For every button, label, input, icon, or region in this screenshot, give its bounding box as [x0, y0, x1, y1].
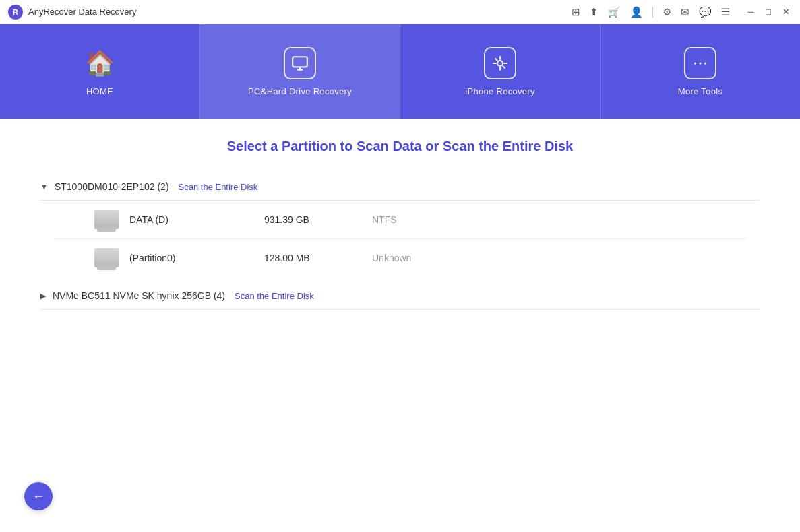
nav-item-home[interactable]: 🏠 HOME	[0, 24, 200, 119]
partition-icon	[94, 210, 119, 229]
discord-icon[interactable]: ⊞	[572, 6, 580, 18]
disk-2-name: NVMe BC511 NVMe SK hynix 256GB (4)	[53, 290, 225, 301]
svg-point-4	[704, 62, 706, 64]
nav-label-pc: PC&Hard Drive Recovery	[248, 86, 352, 96]
disk-group-2: ▶ NVMe BC511 NVMe SK hynix 256GB (4) Sca…	[40, 290, 760, 310]
partition-icon	[94, 248, 119, 267]
nav-item-more-tools[interactable]: More Tools	[601, 24, 800, 119]
partition-size: 128.00 MB	[264, 253, 372, 263]
title-bar: R AnyRecover Data Recovery ⊞ ⬆ 🛒 👤 ⚙ ✉ 💬…	[0, 0, 800, 24]
window-controls: ─ □ ✕	[745, 6, 792, 18]
iphone-icon	[484, 47, 516, 79]
minimize-button[interactable]: ─	[745, 6, 757, 18]
divider	[652, 7, 653, 18]
settings-icon[interactable]: ⚙	[663, 6, 671, 18]
user-icon[interactable]: 👤	[630, 6, 643, 18]
nav-label-home: HOME	[86, 86, 113, 96]
nav-item-pc-hard-drive[interactable]: PC&Hard Drive Recovery	[200, 24, 400, 119]
back-button[interactable]: ←	[24, 482, 53, 510]
menu-icon[interactable]: ☰	[721, 6, 730, 18]
disk-1-name: ST1000DM010-2EP102 (2)	[55, 181, 169, 192]
more-tools-icon	[684, 47, 716, 79]
title-bar-icons: ⊞ ⬆ 🛒 👤 ⚙ ✉ 💬 ☰ ─ □ ✕	[572, 6, 792, 18]
home-icon: 🏠	[84, 47, 116, 79]
disk-header-2: ▶ NVMe BC511 NVMe SK hynix 256GB (4) Sca…	[40, 290, 760, 310]
svg-rect-0	[293, 57, 307, 67]
share-icon[interactable]: ⬆	[590, 6, 598, 18]
maximize-button[interactable]: □	[762, 6, 774, 18]
partition-row[interactable]: (Partition0) 128.00 MB Unknown	[54, 239, 746, 277]
pc-hard-drive-icon	[284, 47, 316, 79]
nav-item-iphone[interactable]: iPhone Recovery	[400, 24, 601, 119]
nav-bar: 🏠 HOME PC&Hard Drive Recovery iPhone Rec…	[0, 24, 800, 119]
disk-header-1: ▼ ST1000DM010-2EP102 (2) Scan the Entire…	[40, 181, 760, 201]
nav-label-more-tools: More Tools	[678, 86, 722, 96]
disk-1-scan-link[interactable]: Scan the Entire Disk	[179, 182, 258, 192]
svg-point-3	[699, 62, 701, 64]
main-content: Select a Partition to Scan Data or Scan …	[0, 119, 800, 532]
disk-2-scan-link[interactable]: Scan the Entire Disk	[235, 291, 314, 301]
disk-1-partition-list: DATA (D) 931.39 GB NTFS (Partition0) 128…	[40, 201, 760, 277]
cart-icon[interactable]: 🛒	[608, 6, 621, 18]
nav-label-iphone: iPhone Recovery	[465, 86, 535, 96]
svg-point-2	[694, 62, 696, 64]
chat-icon[interactable]: 💬	[699, 6, 712, 18]
partition-name: (Partition0)	[129, 253, 264, 263]
partition-size: 931.39 GB	[264, 214, 372, 225]
disk-1-collapse-arrow[interactable]: ▼	[40, 182, 48, 191]
partition-type: NTFS	[372, 214, 397, 225]
svg-point-1	[497, 61, 503, 66]
app-logo: R	[8, 5, 23, 20]
close-button[interactable]: ✕	[780, 6, 792, 18]
page-title: Select a Partition to Scan Data or Scan …	[40, 139, 760, 154]
partition-row[interactable]: DATA (D) 931.39 GB NTFS	[54, 201, 746, 239]
disk-group-1: ▼ ST1000DM010-2EP102 (2) Scan the Entire…	[40, 181, 760, 277]
disk-2-expand-arrow[interactable]: ▶	[40, 292, 46, 300]
mail-icon[interactable]: ✉	[681, 6, 689, 18]
partition-name: DATA (D)	[129, 214, 264, 225]
app-title: AnyRecover Data Recovery	[28, 7, 136, 17]
partition-type: Unknown	[372, 253, 411, 263]
